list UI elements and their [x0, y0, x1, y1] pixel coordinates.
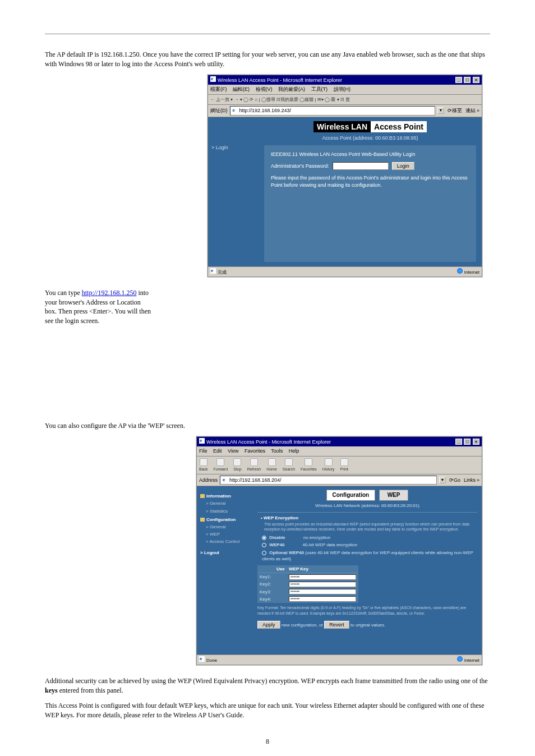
radio-wep40-icon — [262, 543, 266, 547]
nav-information[interactable]: Information — [200, 493, 250, 499]
status-left: 完成 — [218, 270, 227, 275]
para4-prefix: Additional security can be achieved by u… — [45, 677, 488, 685]
revert-button[interactable]: Revert — [324, 621, 349, 629]
menu-tools-2[interactable]: Tools — [271, 448, 283, 454]
nav-login[interactable]: > Login — [211, 144, 255, 151]
menu-favorites[interactable]: 我的最愛(A) — [278, 86, 305, 92]
tb-stop[interactable]: Stop — [233, 458, 241, 472]
nav-info-statistics[interactable]: > Statistics — [206, 508, 250, 514]
screenshot-login: Wireless LAN Access Point - Microsoft In… — [207, 75, 482, 277]
wep-option-optional-wep40[interactable]: Optional WEP40 (uses 40-bit WEP data enc… — [262, 550, 477, 562]
banner-left: Wireless LAN — [313, 121, 371, 132]
key3-input[interactable]: ****** — [289, 589, 356, 594]
go-button-2[interactable]: ⟳Go — [449, 477, 460, 484]
status-ie-icon — [210, 268, 216, 274]
menu-tools[interactable]: 工具(T) — [311, 86, 328, 92]
tb-search[interactable]: Search — [283, 458, 295, 472]
radio-optwep40-icon — [262, 551, 266, 555]
address-bar: 網址(D) http://192.168.169.243/ ▼ ⟳移至 連結 » — [208, 105, 482, 117]
tab-wep[interactable]: WEP — [379, 490, 409, 501]
nav-config-wep[interactable]: > WEP — [206, 531, 250, 537]
address-input-2[interactable]: http://192.168.168.204/ — [220, 476, 437, 485]
menu-file[interactable]: 檔案(F) — [210, 86, 227, 92]
menu-help[interactable]: 說明(H) — [334, 86, 351, 92]
close-icon[interactable]: × — [473, 77, 479, 83]
password-input[interactable] — [333, 162, 389, 170]
col-wepkey: WEP Key — [289, 566, 308, 572]
address-input[interactable]: http://192.168.169.243/ — [230, 106, 435, 116]
tb-print[interactable]: Print — [340, 458, 348, 472]
login-heading: IEEE802.11 Wireless LAN Access Point Web… — [271, 151, 469, 158]
intro-paragraph: The AP default IP is 192.168.1.250. Once… — [45, 50, 490, 69]
key1-input[interactable]: ****** — [289, 574, 356, 580]
tb-history[interactable]: History — [322, 458, 335, 472]
tb-favorites[interactable]: Favorites — [301, 458, 317, 472]
password-label: Administrator's Password: — [271, 163, 329, 170]
tb-back[interactable]: Back — [199, 458, 208, 472]
revert-text: to original values. — [350, 623, 385, 628]
menu-favorites-2[interactable]: Favorites — [245, 448, 265, 454]
address-label-2: Address — [199, 477, 218, 484]
tb-home[interactable]: Home — [266, 458, 277, 472]
links-button[interactable]: 連結 — [465, 107, 476, 114]
tb-refresh[interactable]: Refresh — [247, 458, 261, 472]
toolbar: ← 上一頁 ▾ → ▾ ◯ ⟳ ⌂ | ◯搜尋 ⊡我的最愛 ◯媒體 | ✉▾ ◯… — [208, 95, 482, 105]
key4-label: Key4: — [260, 596, 276, 602]
folder-icon — [200, 494, 205, 498]
banner-right: Access Point — [371, 121, 427, 132]
tab-configuration[interactable]: Configuration — [326, 490, 376, 501]
close-icon-2[interactable]: × — [473, 439, 479, 445]
go-button[interactable]: ⟳移至 — [448, 107, 462, 114]
status-ie-icon-2 — [199, 656, 205, 662]
top-rule — [45, 34, 490, 34]
login-button[interactable]: Login — [392, 162, 414, 170]
address-dropdown-icon[interactable]: ▼ — [437, 107, 444, 114]
nav-configuration[interactable]: Configuration — [200, 517, 250, 523]
maximize-icon[interactable]: □ — [464, 77, 471, 83]
nav-info-general[interactable]: > General — [206, 500, 250, 506]
menubar-2: File Edit View Favorites Tools Help — [197, 446, 482, 457]
key4-input[interactable]: ****** — [289, 596, 356, 602]
key2-input[interactable]: ****** — [289, 582, 356, 587]
apply-button[interactable]: Apply — [257, 621, 280, 629]
address-dropdown-icon-2[interactable]: ▼ — [439, 477, 446, 483]
links-button-2[interactable]: Links — [464, 477, 476, 484]
minimize-icon-2[interactable]: _ — [455, 439, 462, 445]
menu-help-2[interactable]: Help — [289, 448, 299, 454]
nav-config-access-control[interactable]: > Access Control — [206, 538, 250, 545]
menu-view-2[interactable]: View — [228, 448, 238, 454]
nav-config-general[interactable]: > General — [206, 524, 250, 530]
minimize-icon[interactable]: _ — [455, 77, 462, 83]
menu-view[interactable]: 檢視(V) — [256, 86, 273, 92]
key3-label: Key3: — [260, 589, 276, 595]
window-title-2: Wireless LAN Access Point - Microsoft In… — [206, 439, 331, 445]
key1-label: Key1: — [260, 574, 276, 580]
wep-option-disable[interactable]: Disable no encryption — [262, 534, 477, 541]
para4-suffix: entered from this panel. — [58, 686, 123, 694]
links-expand-icon-2[interactable]: » — [477, 477, 479, 484]
wep-heading: WEP Encryption — [264, 515, 298, 520]
internet-zone-icon-2 — [457, 656, 463, 662]
banner-subtitle: Access Point (address: 00:60:B3:16:08:95… — [264, 135, 476, 142]
key2-label: Key2: — [260, 581, 276, 587]
wep-option-wep40[interactable]: WEP40 40-bit WEP data encryption — [262, 542, 477, 548]
maximize-icon-2[interactable]: □ — [464, 439, 471, 445]
folder-icon-2 — [200, 518, 205, 522]
address-bar-2: Address http://192.168.168.204/ ▼ ⟳Go Li… — [197, 474, 482, 487]
status-right-2: Internet — [464, 658, 479, 663]
menu-edit[interactable]: 編輯(E) — [233, 86, 250, 92]
tb-forward[interactable]: Forward — [214, 458, 228, 472]
ie-icon-2 — [199, 438, 205, 444]
nav-logout[interactable]: > Logout — [200, 550, 250, 556]
menu-edit-2[interactable]: Edit — [213, 448, 222, 454]
menu-file-2[interactable]: File — [199, 448, 207, 454]
network-address: Wireless LAN Network (address: 00:60:B3:… — [257, 503, 477, 509]
wep-description: The access point provides an industrial-… — [264, 522, 477, 533]
links-expand-icon[interactable]: » — [477, 107, 479, 114]
ie-page-icon — [232, 108, 238, 113]
wep-key-table: Use WEP Key Key1: ****** Key2: — [257, 565, 358, 603]
screenshot-wep: Wireless LAN Access Point - Microsoft In… — [196, 436, 482, 666]
default-ip-link[interactable]: http://192.168.1.250 — [82, 289, 137, 297]
para4-bold: keys — [45, 686, 58, 694]
address-value: http://192.168.169.243/ — [239, 107, 292, 114]
